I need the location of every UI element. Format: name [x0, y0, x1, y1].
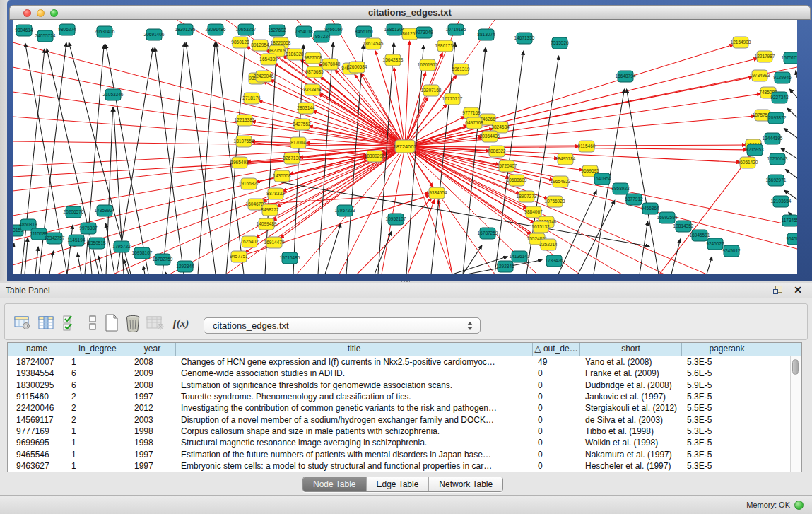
table-cell[interactable]: 5.3E-5	[682, 392, 772, 402]
table-cell[interactable]: Disruption of a novel member of a sodium…	[176, 415, 533, 425]
table-row[interactable]: 1872400712008Changes of HCN gene express…	[8, 356, 801, 368]
network-node[interactable]: 12444195	[763, 133, 783, 144]
network-node[interactable]: 1965493	[230, 157, 249, 168]
table-cell[interactable]: 1997	[129, 392, 176, 402]
network-node[interactable]: 16775717	[442, 93, 463, 105]
network-node[interactable]: 16051420	[738, 157, 758, 168]
table-cell[interactable]: Estimation of the future numbers of pati…	[176, 450, 533, 460]
table-cell[interactable]: 6	[66, 380, 129, 390]
network-node[interactable]: 9215953	[746, 144, 764, 156]
show-columns-icon[interactable]	[37, 314, 56, 332]
function-builder-icon[interactable]: f(x)	[172, 314, 190, 332]
network-node[interactable]: 7515526	[551, 37, 569, 49]
network-node[interactable]: 1795722	[112, 241, 131, 252]
column-header-4[interactable]: △ out_de…	[533, 343, 580, 356]
table-cell[interactable]: 9699695	[8, 438, 66, 448]
column-header-1[interactable]: in_degree	[66, 343, 129, 356]
table-cell[interactable]: 2	[66, 403, 129, 413]
network-node[interactable]: 19861739	[435, 40, 456, 52]
network-node[interactable]: 16261917	[418, 59, 438, 71]
network-node[interactable]: 10952107	[386, 214, 406, 225]
network-node[interactable]: 9457751	[230, 251, 248, 262]
close-panel-icon[interactable]: ✕	[794, 284, 802, 296]
network-node[interactable]: 9645022	[786, 233, 797, 245]
network-node[interactable]: 18614545	[363, 38, 384, 49]
table-vertical-scrollbar[interactable]	[790, 356, 801, 472]
table-cell[interactable]: Hescheler et al. (1997)	[580, 461, 682, 471]
table-cell[interactable]: 9777169	[8, 426, 66, 436]
network-node[interactable]: 12342757	[45, 233, 65, 244]
network-node[interactable]: 15716485	[280, 252, 300, 264]
network-node[interactable]: 16648794	[616, 71, 636, 82]
network-node[interactable]: 10719195	[446, 24, 466, 35]
table-row[interactable]: 1938455462009Genome-wide association stu…	[8, 368, 801, 379]
network-node[interactable]: 9115460	[578, 141, 596, 152]
network-node[interactable]: 22420046	[254, 71, 274, 82]
network-node[interactable]: 16210643	[767, 153, 788, 165]
table-cell[interactable]: 5.6E-5	[682, 368, 772, 378]
table-row[interactable]: 1830029562008Estimation of significance …	[8, 380, 801, 391]
table-cell[interactable]: Tibbo et al. (1998)	[580, 426, 682, 436]
network-node[interactable]: 13207168	[421, 85, 442, 96]
table-cell[interactable]: 9115460	[8, 392, 66, 402]
table-cell[interactable]: Corpus callosum shape and size in male p…	[176, 426, 533, 436]
table-cell[interactable]: 0	[533, 415, 580, 425]
table-row[interactable]: 946362711997Embryonic stem cells: a mode…	[8, 460, 801, 472]
network-node[interactable]: 19654923	[551, 176, 571, 187]
table-cell[interactable]: 0	[533, 438, 580, 448]
table-cell[interactable]: 18300295	[8, 380, 66, 390]
table-cell[interactable]: 0	[533, 461, 580, 471]
table-cell[interactable]: 2009	[129, 368, 176, 378]
table-cell[interactable]: 22420046	[8, 403, 66, 413]
table-cell[interactable]: 1	[66, 450, 129, 460]
network-node[interactable]: 9875685	[305, 66, 324, 78]
network-node[interactable]: 6497568	[465, 117, 483, 129]
network-node[interactable]: 9245012	[722, 245, 741, 257]
network-node[interactable]: 12213383	[235, 115, 255, 126]
network-node[interactable]: 1733426	[545, 255, 563, 267]
table-cell[interactable]: Estimation of significance thresholds fo…	[176, 380, 533, 390]
network-node[interactable]: 9806274	[58, 24, 76, 35]
column-header-2[interactable]: year	[129, 343, 176, 356]
network-node[interactable]: 15751074	[782, 52, 797, 64]
network-node[interactable]: 23091486	[206, 24, 226, 35]
table-cell[interactable]: Nakamura et al. (1997)	[580, 450, 682, 460]
network-node[interactable]: 8958923	[611, 183, 630, 194]
network-node[interactable]: 15692971	[766, 175, 787, 186]
table-cell[interactable]: 9463627	[8, 461, 66, 471]
network-node[interactable]: 1292346	[496, 261, 514, 272]
table-cell[interactable]: Changes of HCN gene expression and I(f) …	[176, 357, 533, 367]
table-cell[interactable]: 5.9E-5	[682, 380, 772, 390]
table-cell[interactable]: 5.3E-5	[682, 461, 772, 471]
network-node[interactable]: 14099489	[257, 218, 277, 230]
table-cell[interactable]: 5.3E-5	[682, 426, 772, 436]
network-hub-node[interactable]: 18724007	[394, 140, 417, 153]
network-node[interactable]: 1292344	[176, 261, 194, 272]
float-panel-icon[interactable]	[773, 286, 782, 295]
table-row[interactable]: 969969511998Structural magnetic resonanc…	[8, 437, 801, 448]
network-node[interactable]: 10756928	[545, 196, 565, 207]
network-node[interactable]: 18495784	[555, 153, 576, 165]
network-node[interactable]: 14671355	[514, 33, 535, 44]
table-cell[interactable]: 1997	[129, 461, 176, 471]
network-node[interactable]: 12217987	[755, 51, 775, 62]
table-cell[interactable]: 2	[66, 392, 129, 402]
network-node[interactable]: 10814352	[673, 221, 694, 232]
network-node[interactable]: 19384554	[427, 187, 447, 199]
delete-trash-icon[interactable]	[124, 314, 142, 332]
network-node[interactable]: 20691406	[144, 29, 165, 40]
network-node[interactable]: 1527602	[268, 25, 286, 36]
table-cell[interactable]: Investigating the contribution of common…	[176, 403, 533, 413]
network-node[interactable]: 9860128	[231, 37, 249, 48]
column-header-5[interactable]: short	[580, 343, 682, 356]
network-node[interactable]: 817004	[290, 137, 306, 148]
scrollbar-thumb[interactable]	[792, 359, 799, 375]
network-node[interactable]: 8498222	[261, 204, 279, 216]
network-node[interactable]: 18300295	[365, 151, 385, 162]
table-cell[interactable]: 1	[66, 438, 129, 448]
network-node[interactable]: 9804614	[15, 25, 33, 36]
network-node[interactable]: 1145194	[68, 235, 86, 246]
network-node[interactable]: 9227343	[770, 92, 789, 103]
network-node[interactable]: 1435558	[273, 170, 291, 182]
network-node[interactable]: 10653257	[236, 24, 257, 35]
